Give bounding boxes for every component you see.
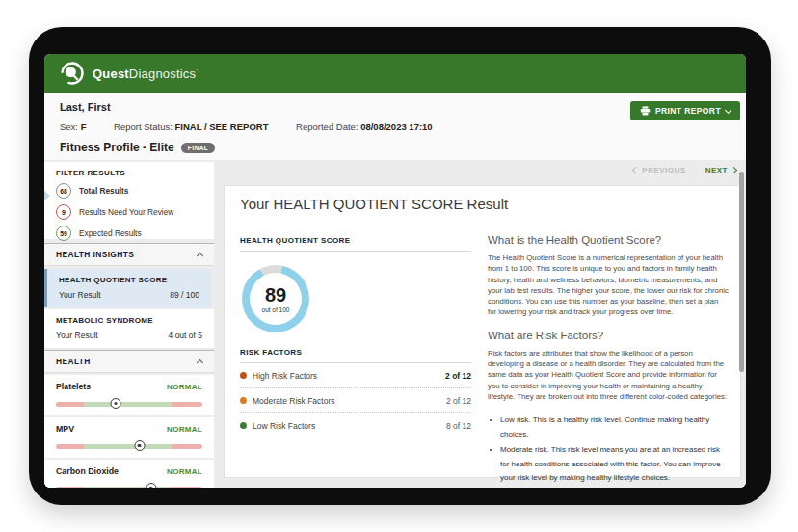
range-marker [111,398,121,409]
risk-bullet-moderate: Moderate risk. This risk level means you… [500,443,729,486]
about-risk-paragraph: Risk factors are attributes that show th… [488,348,729,402]
result-pager: PREVIOUS NEXT [633,166,736,174]
vertical-scrollbar[interactable] [739,172,744,372]
status-badge: NORMAL [167,425,202,434]
next-button[interactable]: NEXT [705,166,736,174]
range-gauge [56,444,202,449]
chevron-left-icon [632,167,639,173]
page-title: Your HEALTH QUOTIENT SCORE Result [240,196,508,212]
print-report-label: PRINT REPORT [655,106,721,116]
moderate-risk-dot-icon [240,397,247,404]
high-risk-dot-icon [240,372,247,379]
sidebar-item-metabolic-syndrome[interactable]: METABOLIC SYNDROME Your Result 4 out of … [44,309,214,348]
filter-results-title: FILTER RESULTS [56,169,202,177]
result-label: Your Result [56,331,98,340]
range-gauge [56,487,202,488]
app-header: QuestDiagnostics’ [44,54,746,93]
sidebar-item-health-quotient-score[interactable]: HEALTH QUOTIENT SCORE Your Result 89 / 1… [44,269,211,307]
active-filter-arrow [44,190,50,201]
screen: QuestDiagnostics’ Last, First Sex: F Rep… [44,54,746,488]
profile-title: Fitness Profile - Elite [60,141,174,154]
range-marker [146,483,156,488]
page: QuestDiagnostics’ Last, First Sex: F Rep… [0,0,798,532]
result-label: Your Result [59,290,101,300]
patient-name: Last, First [60,101,111,113]
chevron-down-icon [725,106,732,113]
about-score-heading: What is the Health Quotient Score? [488,234,729,246]
risk-row-moderate: Moderate Risk Factors 2 of 12 [240,388,471,413]
risk-factors-label: RISK FACTORS [240,348,471,363]
hqs-gauge-center: 89 out of 100 [250,273,302,325]
risk-row-high: High Risk Factors 2 of 12 [240,363,471,388]
filter-item-total-results[interactable]: 68 Total Results [56,183,202,199]
report-status-value: FINAL / SEE REPORT [174,121,268,132]
range-gauge [56,402,202,407]
section-header-health-insights[interactable]: HEALTH INSIGHTS [44,243,214,266]
chevron-right-icon [731,167,737,173]
sidebar-item-carbon-dioxide[interactable]: Carbon Dioxide NORMAL [44,460,214,488]
risk-bullet-low: Low risk. This is a healthy risk level. … [500,413,729,442]
final-status-badge: FINAL [181,143,216,153]
quest-logo-icon [60,61,85,86]
about-column: What is the Health Quotient Score? The H… [488,234,729,488]
brand-name: QuestDiagnostics’ [93,66,198,81]
risk-row-low: Low Risk Factors 8 of 12 [240,413,471,438]
tablet-frame: QuestDiagnostics’ Last, First Sex: F Rep… [29,27,771,505]
range-marker [134,440,145,451]
result-value: 89 / 100 [170,290,200,300]
count-circle: 68 [56,183,71,199]
patient-header: Last, First Sex: F Report Status: FINAL … [44,93,746,161]
chevron-up-icon [197,359,203,366]
printer-icon [640,106,651,116]
risk-bullet-high: High risk. This risk level means you are… [500,487,729,488]
filter-results-panel: FILTER RESULTS 68 Total Results 9 Result… [44,162,214,239]
low-risk-dot-icon [240,422,247,429]
sidebar-item-mpv[interactable]: MPV NORMAL [44,417,214,458]
risk-level-list: Low risk. This is a healthy risk level. … [488,413,729,488]
patient-meta: Sex: F Report Status: FINAL / SEE REPORT… [60,121,458,132]
filter-item-need-review[interactable]: 9 Results Need Your Review [56,204,202,220]
status-badge: NORMAL [167,467,202,476]
score-section-label: HEALTH QUOTIENT SCORE [240,236,471,252]
score-caption: out of 100 [262,306,290,313]
hqs-gauge-ring: 89 out of 100 [242,265,309,332]
count-circle: 59 [56,226,71,241]
reported-date-label: Reported Date: [296,121,358,132]
status-badge: NORMAL [167,383,202,391]
about-score-paragraph: The Health Quotient Score is a numerical… [488,253,729,318]
chevron-up-icon [197,253,203,259]
score-column: HEALTH QUOTIENT SCORE 89 out of 100 RISK… [240,236,471,438]
previous-button[interactable]: PREVIOUS [633,166,685,174]
report-status-label: Report Status: [114,121,173,132]
reported-date-value: 08/08/2023 17:10 [360,121,432,132]
print-report-button[interactable]: PRINT REPORT [630,101,740,120]
content-area: FILTER RESULTS 68 Total Results 9 Result… [44,160,746,488]
sidebar-item-platelets[interactable]: Platelets NORMAL [44,375,214,415]
result-detail-card: Your HEALTH QUOTIENT SCORE Result HEALTH… [224,185,741,478]
filter-item-expected-results[interactable]: 59 Expected Results [56,226,202,241]
sex-value: F [81,121,87,132]
count-circle: 9 [56,204,71,220]
sex-label: Sex: [60,121,78,132]
result-value: 4 out of 5 [169,331,202,340]
score-value: 89 [265,285,286,305]
profile-title-row: Fitness Profile - Elite FINAL [60,141,215,154]
about-risk-heading: What are Risk Factors? [488,330,729,341]
section-header-health[interactable]: HEALTH [44,350,214,373]
